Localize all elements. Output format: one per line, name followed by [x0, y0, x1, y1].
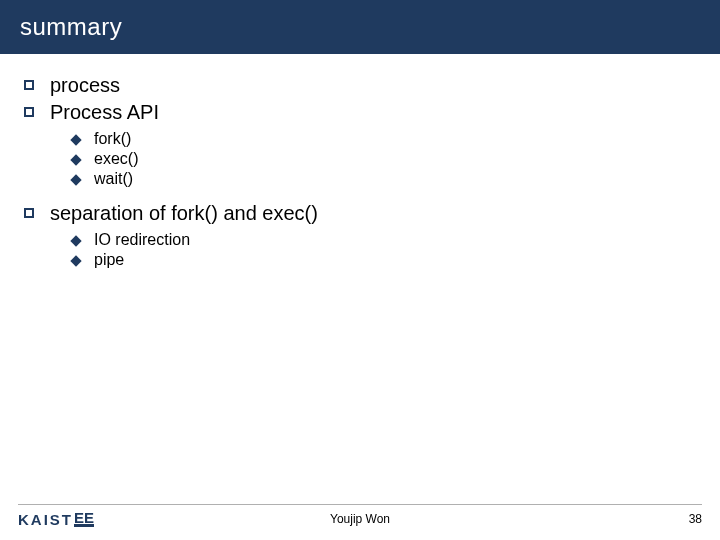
- footer-divider: [18, 504, 702, 505]
- diamond-bullet-icon: [70, 154, 81, 165]
- bullet-level2: exec(): [20, 150, 700, 168]
- bullet-level2: pipe: [20, 251, 700, 269]
- footer: KAIST EE Youjip Won 38: [0, 504, 720, 540]
- bullet-text: IO redirection: [94, 231, 190, 249]
- bullet-text: Process API: [50, 101, 159, 124]
- square-bullet-icon: [24, 208, 34, 218]
- bullet-level1: separation of fork() and exec(): [20, 202, 700, 225]
- author-name: Youjip Won: [330, 512, 390, 526]
- diamond-bullet-icon: [70, 134, 81, 145]
- sublist: fork() exec() wait(): [20, 130, 700, 188]
- bullet-level2: fork(): [20, 130, 700, 148]
- kaist-ee-logo: KAIST EE: [18, 511, 94, 528]
- diamond-bullet-icon: [70, 255, 81, 266]
- bullet-text: pipe: [94, 251, 124, 269]
- bullet-level1: Process API: [20, 101, 700, 124]
- diamond-bullet-icon: [70, 235, 81, 246]
- slide-title: summary: [20, 13, 122, 41]
- bullet-level1: process: [20, 74, 700, 97]
- sublist: IO redirection pipe: [20, 231, 700, 269]
- bullet-text: exec(): [94, 150, 138, 168]
- bullet-level2: IO redirection: [20, 231, 700, 249]
- logo-text-main: KAIST: [18, 511, 73, 528]
- page-number: 38: [689, 512, 702, 526]
- bullet-text: fork(): [94, 130, 131, 148]
- bullet-text: separation of fork() and exec(): [50, 202, 318, 225]
- bullet-text: wait(): [94, 170, 133, 188]
- diamond-bullet-icon: [70, 174, 81, 185]
- slide: summary process Process API fork() exec(…: [0, 0, 720, 540]
- bullet-level2: wait(): [20, 170, 700, 188]
- content-area: process Process API fork() exec() wait()…: [0, 54, 720, 504]
- title-bar: summary: [0, 0, 720, 54]
- square-bullet-icon: [24, 80, 34, 90]
- logo-text-sub: EE: [74, 511, 94, 528]
- bullet-text: process: [50, 74, 120, 97]
- square-bullet-icon: [24, 107, 34, 117]
